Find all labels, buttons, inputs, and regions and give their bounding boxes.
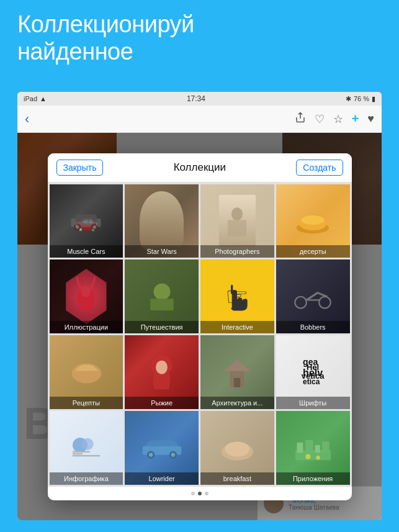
battery-icon: ▮ bbox=[372, 95, 375, 103]
collection-label-muscle-cars: Muscle Cars bbox=[50, 245, 123, 258]
device-label: iPad bbox=[24, 95, 37, 102]
hero-text: Коллекционируй найденное bbox=[17, 11, 194, 65]
star-icon[interactable]: ☆ bbox=[333, 112, 343, 126]
wifi-icon: ▲ bbox=[40, 95, 47, 102]
nav-bar: ‹ ♡ ☆ + ♥ bbox=[17, 106, 382, 133]
heart-icon[interactable]: ♡ bbox=[315, 112, 325, 126]
device-frame: iPad ▲ 17:34 ✱ 76 % ▮ ‹ ♡ ☆ + ♥ bbox=[17, 92, 382, 520]
collection-label-travel: Путешествия bbox=[125, 321, 199, 333]
svg-point-31 bbox=[149, 453, 153, 457]
collection-label-infographic: Инфографика bbox=[50, 472, 123, 485]
svg-rect-39 bbox=[322, 441, 329, 453]
collection-label-bobbers: Bobbers bbox=[276, 321, 350, 333]
collection-label-photographers: Photographers bbox=[200, 245, 274, 258]
collection-item-desserts[interactable]: десерты bbox=[276, 184, 350, 258]
share-icon[interactable] bbox=[295, 112, 306, 126]
collection-label-illustrations: Иллюстрации bbox=[50, 321, 123, 333]
collection-label-interactive: Interactive bbox=[200, 321, 274, 333]
collection-item-lowrider[interactable]: Lowrider bbox=[125, 411, 199, 485]
modal-overlay: Закрыть Коллекции Создать bbox=[17, 133, 382, 520]
collection-item-star-wars[interactable]: Star Wars bbox=[125, 184, 199, 258]
collection-item-travel[interactable]: Путешествия bbox=[125, 259, 199, 333]
svg-rect-14 bbox=[150, 299, 174, 310]
collection-item-recipes[interactable]: Рецепты bbox=[50, 335, 123, 409]
collection-item-apps[interactable]: Приложения bbox=[276, 411, 350, 485]
status-right: ✱ 76 % ▮ bbox=[346, 95, 375, 103]
content-area: HIGHSNOBIETY FOTO THROUP BA bbox=[17, 133, 382, 520]
svg-point-32 bbox=[171, 453, 174, 457]
back-button[interactable]: ‹ bbox=[25, 111, 29, 127]
collection-label-star-wars: Star Wars bbox=[125, 245, 199, 258]
collection-label-redheads: Рыжие bbox=[125, 397, 199, 409]
bluetooth-icon: ✱ bbox=[346, 95, 351, 103]
svg-rect-36 bbox=[297, 443, 303, 453]
svg-rect-37 bbox=[305, 440, 313, 453]
modal-footer bbox=[48, 487, 352, 500]
pagination-dot-3 bbox=[205, 492, 208, 495]
modal-header: Закрыть Коллекции Создать bbox=[48, 153, 352, 183]
svg-point-5 bbox=[93, 225, 97, 229]
svg-marker-21 bbox=[223, 359, 251, 371]
status-bar: iPad ▲ 17:34 ✱ 76 % ▮ bbox=[17, 92, 382, 106]
modal-title: Коллекции bbox=[103, 161, 296, 174]
collection-label-lowrider: Lowrider bbox=[125, 472, 199, 485]
collections-grid: Muscle Cars Star Wars bbox=[48, 183, 352, 487]
battery-level: 76 % bbox=[354, 95, 369, 102]
collection-item-photographers[interactable]: Photographers bbox=[200, 184, 274, 258]
collection-item-illustrations[interactable]: Иллюстрации bbox=[50, 259, 123, 333]
heart-filled-icon[interactable]: ♥ bbox=[367, 112, 374, 125]
svg-point-12 bbox=[81, 286, 91, 297]
svg-rect-1 bbox=[76, 215, 97, 222]
svg-point-13 bbox=[153, 284, 170, 300]
pagination-dot-2 bbox=[198, 492, 202, 495]
collection-item-fonts[interactable]: gea helv etica Шрифты bbox=[276, 335, 350, 409]
svg-rect-27 bbox=[73, 451, 90, 453]
svg-point-24 bbox=[81, 438, 93, 450]
collection-item-breakfast[interactable]: breakfast bbox=[200, 411, 274, 485]
svg-point-19 bbox=[156, 361, 168, 374]
collection-label-fonts: Шрифты bbox=[276, 397, 350, 409]
hero-line1: Коллекционируй bbox=[17, 11, 194, 38]
svg-point-41 bbox=[316, 456, 320, 460]
svg-rect-26 bbox=[73, 453, 83, 454]
pagination-dot-1 bbox=[191, 492, 195, 495]
svg-rect-22 bbox=[234, 378, 241, 387]
collection-item-bobbers[interactable]: Bobbers bbox=[276, 259, 350, 333]
status-left: iPad ▲ bbox=[24, 95, 47, 102]
collections-modal: Закрыть Коллекции Создать bbox=[48, 153, 352, 500]
svg-point-10 bbox=[301, 215, 325, 225]
collection-item-muscle-cars[interactable]: Muscle Cars bbox=[50, 184, 123, 258]
svg-point-6 bbox=[231, 207, 243, 220]
collection-item-infographic[interactable]: Инфографика bbox=[50, 411, 123, 485]
status-time: 17:34 bbox=[187, 94, 205, 103]
svg-rect-38 bbox=[315, 445, 320, 453]
close-button[interactable]: Закрыть bbox=[56, 160, 104, 176]
collection-item-architecture[interactable]: Архитектура и... bbox=[200, 335, 274, 409]
collection-label-breakfast: breakfast bbox=[200, 472, 274, 485]
plus-icon[interactable]: + bbox=[352, 112, 359, 126]
collection-item-interactive[interactable]: Interactive bbox=[200, 259, 274, 333]
svg-rect-25 bbox=[73, 455, 100, 456]
collection-label-architecture: Архитектура и... bbox=[200, 397, 274, 409]
svg-point-34 bbox=[225, 441, 250, 456]
svg-point-4 bbox=[76, 225, 79, 229]
hero-line2: найденное bbox=[17, 38, 194, 66]
collection-item-redheads[interactable]: Рыжие bbox=[125, 335, 199, 409]
nav-actions: ♡ ☆ + ♥ bbox=[295, 112, 374, 126]
collection-label-apps: Приложения bbox=[276, 472, 350, 485]
svg-rect-7 bbox=[228, 220, 246, 236]
collection-label-desserts: десерты bbox=[276, 245, 350, 258]
svg-point-40 bbox=[305, 454, 310, 459]
svg-rect-15 bbox=[231, 285, 233, 294]
svg-point-16 bbox=[295, 297, 307, 309]
svg-point-17 bbox=[319, 297, 331, 309]
collection-label-recipes: Рецепты bbox=[50, 397, 123, 409]
create-button[interactable]: Создать bbox=[296, 160, 343, 176]
